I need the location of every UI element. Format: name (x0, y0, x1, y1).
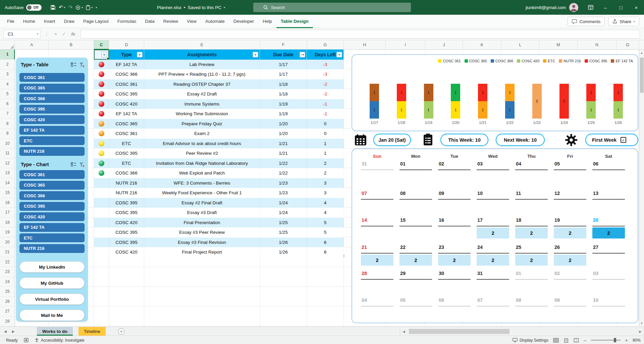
undo-button[interactable]: ↶▾ (59, 4, 65, 10)
gear-icon[interactable] (564, 133, 578, 147)
ribbon-tab-formulas[interactable]: Formulas (113, 15, 141, 28)
zoom-slider[interactable] (591, 340, 621, 341)
row-header-27[interactable]: 27 (0, 306, 15, 317)
assignment-cell[interactable]: WFE: 3 Comments - Berries (144, 178, 260, 188)
days-left-cell[interactable]: -3 (307, 69, 344, 79)
slicer-item-cosc-366[interactable]: COSC 366 (19, 191, 85, 200)
zoom-slider-thumb[interactable] (614, 338, 616, 342)
column-header-j[interactable]: J (425, 40, 463, 50)
status-cell[interactable] (94, 129, 109, 139)
status-cell[interactable] (94, 227, 109, 237)
row-header-10[interactable]: 10 (0, 139, 15, 149)
page-break-view-icon[interactable] (574, 338, 579, 343)
assignment-cell[interactable]: Essay #3 Final Revision (144, 237, 260, 248)
status-cell[interactable] (94, 198, 109, 208)
row-header-26[interactable]: 26 (0, 297, 15, 307)
slicer-item-etc[interactable]: ETC (19, 233, 85, 242)
insert-function-button[interactable]: fx (71, 31, 75, 37)
type-cell[interactable]: NUTR 216 (109, 188, 144, 198)
document-title[interactable]: Planner.xlsx • Saved to this PC ▾ (157, 0, 225, 15)
ribbon-tab-page-layout[interactable]: Page Layout (79, 15, 113, 28)
customize-quick-access-icon[interactable]: ▾ (96, 6, 97, 9)
table-header-days-left[interactable]: Days Left▾ (307, 50, 344, 60)
status-cell[interactable] (94, 218, 109, 228)
status-cell[interactable] (94, 79, 109, 89)
status-cell[interactable] (94, 69, 109, 79)
multi-select-icon[interactable] (71, 162, 77, 167)
minimize-button[interactable]: – (598, 0, 613, 15)
row-header-25[interactable]: 25 (0, 287, 15, 297)
slicer-item-cosc-365[interactable]: COSC 365 (19, 181, 85, 190)
accessibility-status[interactable]: Accessibility: Investigate (35, 338, 85, 343)
row-header-5[interactable]: 5 (0, 89, 15, 99)
assignment-cell[interactable]: Peer Review #2 (144, 148, 260, 158)
days-left-cell[interactable]: 6 (307, 247, 344, 257)
assignment-cell[interactable]: Final Project Report (144, 247, 260, 257)
due-date-cell[interactable]: 1/24 (260, 208, 307, 218)
row-header-8[interactable]: 8 (0, 119, 15, 129)
status-cell[interactable] (94, 148, 109, 158)
autosave-toggle[interactable]: Off (26, 4, 42, 11)
display-settings-button[interactable]: Display Settings (513, 338, 548, 343)
zoom-out-button[interactable]: – (584, 338, 586, 343)
assignment-cell[interactable]: Weekly Food Experience - Other Fruit 1 (144, 188, 260, 198)
column-header-a[interactable]: A (15, 40, 49, 50)
horizontal-scrollbar[interactable]: ◀ ▶ (400, 327, 644, 336)
assignment-cell[interactable]: Email Advisor to ask about credit hours (144, 139, 260, 149)
link-button-my-github[interactable]: My GitHub (19, 277, 85, 289)
comments-button[interactable]: Comments (568, 17, 605, 26)
scroll-right-icon[interactable]: ▶ (637, 327, 643, 336)
status-cell[interactable] (94, 99, 109, 109)
row-header-18[interactable]: 18 (0, 218, 15, 228)
type-cell[interactable]: COSC 366 (109, 168, 144, 178)
days-left-cell[interactable]: 1 (307, 139, 344, 149)
type-cell[interactable]: NUTR 216 (109, 178, 144, 188)
formula-input[interactable] (80, 30, 640, 39)
slicer-item-cosc-366[interactable]: COSC 366 (19, 94, 85, 103)
status-cell[interactable] (94, 168, 109, 178)
due-date-cell[interactable]: 1/20 (260, 119, 307, 129)
row-header-23[interactable]: 23 (0, 267, 15, 277)
filter-dropdown-icon[interactable]: ▾ (336, 52, 342, 57)
ribbon-tab-developer[interactable]: Developer (229, 15, 259, 28)
row-header-14[interactable]: 14 (0, 178, 15, 188)
ribbon-tab-table-design[interactable]: Table Design (276, 15, 313, 28)
search-input[interactable]: Search (253, 3, 411, 12)
column-header-d[interactable]: D (109, 40, 144, 50)
status-cell[interactable] (94, 119, 109, 129)
assignment-cell[interactable]: Web Exploit and Patch (144, 168, 260, 178)
slicer-item-cosc-395[interactable]: COSC 395 (19, 105, 85, 114)
type-cell[interactable]: COSC 420 (109, 247, 144, 257)
table-header-select[interactable]: ▾ (94, 50, 109, 60)
link-button-virtual-portfolio[interactable]: Virtual Portfolio (19, 293, 85, 305)
assignment-cell[interactable]: Prepare Friday Quiz (144, 119, 260, 129)
table-header-due-date[interactable]: Due Date↑▾ (260, 50, 307, 60)
due-date-cell[interactable]: 1/17 (260, 60, 307, 70)
first-week-toggle[interactable]: First Week ✓ (585, 134, 638, 146)
type-cell[interactable]: COSC 395 (109, 89, 144, 99)
type-cell[interactable]: COSC 395 (109, 237, 144, 248)
row-header-19[interactable]: 19 (0, 227, 15, 237)
assignment-cell[interactable]: PPT Preview + Reading (11.0 - 11.2; 7 pg… (144, 69, 260, 79)
due-date-cell[interactable]: 1/21 (260, 139, 307, 149)
select-all-corner[interactable] (0, 40, 15, 50)
row-header-21[interactable]: 21 (0, 247, 15, 257)
selected-date-button[interactable]: Jan 20 (Sat) (373, 134, 411, 146)
assignment-cell[interactable]: Essay #3 Draft (144, 208, 260, 218)
due-date-cell[interactable]: 1/18 (260, 89, 307, 99)
prev-sheet-icon[interactable]: ◀ (4, 330, 7, 333)
table-header-type[interactable]: Type▾ (109, 50, 144, 60)
new-sheet-button[interactable]: + (118, 328, 124, 335)
calendar-icon[interactable] (354, 134, 367, 146)
assignment-cell[interactable]: Invitation from Oak Ridge National Labor… (144, 158, 260, 168)
column-header-b[interactable]: B (49, 40, 94, 50)
zoom-in-button[interactable]: + (625, 338, 628, 343)
due-date-cell[interactable]: 1/26 (260, 247, 307, 257)
assignment-cell[interactable]: Working Time Submission (144, 109, 260, 119)
row-header-6[interactable]: 6 (0, 99, 15, 109)
days-left-cell[interactable]: -2 (307, 79, 344, 89)
assignment-cell[interactable]: Immune Systems (144, 99, 260, 109)
type-cell[interactable]: ETC (109, 158, 144, 168)
due-date-cell[interactable]: 1/22 (260, 158, 307, 168)
name-box[interactable]: C1 ▾ (3, 30, 41, 39)
